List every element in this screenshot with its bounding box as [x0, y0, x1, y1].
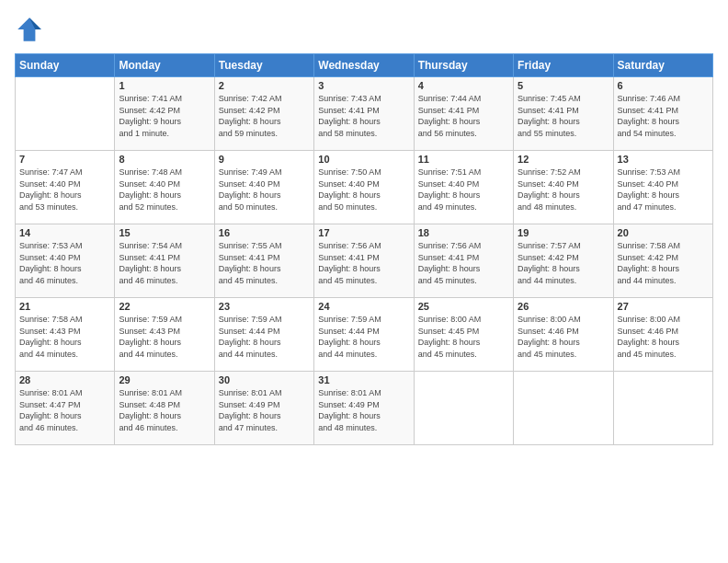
- day-number: 11: [418, 154, 509, 165]
- day-info: Sunrise: 7:49 AM Sunset: 4:40 PM Dayligh…: [219, 167, 310, 213]
- calendar-header: SundayMondayTuesdayWednesdayThursdayFrid…: [16, 54, 713, 77]
- day-info: Sunrise: 7:56 AM Sunset: 4:41 PM Dayligh…: [418, 240, 509, 286]
- calendar-cell: 25Sunrise: 8:00 AM Sunset: 4:45 PM Dayli…: [414, 298, 513, 372]
- day-number: 24: [318, 301, 409, 312]
- calendar-cell: 26Sunrise: 8:00 AM Sunset: 4:46 PM Dayli…: [514, 298, 613, 372]
- calendar-week-row: 7Sunrise: 7:47 AM Sunset: 4:40 PM Daylig…: [16, 151, 713, 224]
- day-info: Sunrise: 8:01 AM Sunset: 4:48 PM Dayligh…: [119, 387, 210, 433]
- day-number: 7: [19, 154, 110, 165]
- calendar-cell: 22Sunrise: 7:59 AM Sunset: 4:43 PM Dayli…: [115, 298, 214, 372]
- day-number: 31: [318, 374, 409, 385]
- weekday-header: Saturday: [613, 54, 712, 77]
- calendar-table: SundayMondayTuesdayWednesdayThursdayFrid…: [15, 53, 713, 445]
- calendar-cell: 14Sunrise: 7:53 AM Sunset: 4:40 PM Dayli…: [16, 224, 115, 298]
- day-info: Sunrise: 7:43 AM Sunset: 4:41 PM Dayligh…: [318, 93, 409, 139]
- day-number: 1: [119, 80, 210, 91]
- calendar-week-row: 14Sunrise: 7:53 AM Sunset: 4:40 PM Dayli…: [16, 224, 713, 298]
- day-info: Sunrise: 7:57 AM Sunset: 4:42 PM Dayligh…: [518, 240, 609, 286]
- day-number: 30: [219, 374, 310, 385]
- calendar-cell: 24Sunrise: 7:59 AM Sunset: 4:44 PM Dayli…: [314, 298, 414, 372]
- calendar-cell: 18Sunrise: 7:56 AM Sunset: 4:41 PM Dayli…: [414, 224, 513, 298]
- calendar-cell: [514, 372, 613, 445]
- calendar-cell: [414, 372, 513, 445]
- day-number: 28: [19, 374, 110, 385]
- day-number: 10: [318, 154, 409, 165]
- day-number: 29: [119, 374, 210, 385]
- day-info: Sunrise: 7:59 AM Sunset: 4:44 PM Dayligh…: [219, 314, 310, 360]
- day-info: Sunrise: 7:45 AM Sunset: 4:41 PM Dayligh…: [518, 93, 609, 139]
- weekday-header: Tuesday: [214, 54, 313, 77]
- calendar-cell: 8Sunrise: 7:48 AM Sunset: 4:40 PM Daylig…: [115, 151, 214, 224]
- calendar-cell: [613, 372, 712, 445]
- calendar-cell: 15Sunrise: 7:54 AM Sunset: 4:41 PM Dayli…: [115, 224, 214, 298]
- calendar-week-row: 21Sunrise: 7:58 AM Sunset: 4:43 PM Dayli…: [16, 298, 713, 372]
- calendar-cell: [16, 77, 115, 151]
- day-number: 8: [119, 154, 210, 165]
- day-info: Sunrise: 8:00 AM Sunset: 4:46 PM Dayligh…: [518, 314, 609, 360]
- day-number: 25: [418, 301, 509, 312]
- day-info: Sunrise: 7:50 AM Sunset: 4:40 PM Dayligh…: [318, 167, 409, 213]
- calendar-cell: 10Sunrise: 7:50 AM Sunset: 4:40 PM Dayli…: [314, 151, 414, 224]
- calendar-cell: 28Sunrise: 8:01 AM Sunset: 4:47 PM Dayli…: [16, 372, 115, 445]
- day-info: Sunrise: 7:55 AM Sunset: 4:41 PM Dayligh…: [219, 240, 310, 286]
- day-number: 16: [219, 227, 310, 238]
- calendar-week-row: 1Sunrise: 7:41 AM Sunset: 4:42 PM Daylig…: [16, 77, 713, 151]
- day-info: Sunrise: 7:44 AM Sunset: 4:41 PM Dayligh…: [418, 93, 509, 139]
- calendar-cell: 20Sunrise: 7:58 AM Sunset: 4:42 PM Dayli…: [613, 224, 712, 298]
- day-number: 3: [318, 80, 409, 91]
- day-info: Sunrise: 7:53 AM Sunset: 4:40 PM Dayligh…: [618, 167, 709, 213]
- calendar-cell: 11Sunrise: 7:51 AM Sunset: 4:40 PM Dayli…: [414, 151, 513, 224]
- calendar-cell: 16Sunrise: 7:55 AM Sunset: 4:41 PM Dayli…: [214, 224, 313, 298]
- weekday-row: SundayMondayTuesdayWednesdayThursdayFrid…: [16, 54, 713, 77]
- weekday-header: Thursday: [414, 54, 513, 77]
- day-number: 23: [219, 301, 310, 312]
- day-number: 21: [19, 301, 110, 312]
- calendar-week-row: 28Sunrise: 8:01 AM Sunset: 4:47 PM Dayli…: [16, 372, 713, 445]
- day-number: 14: [19, 227, 110, 238]
- weekday-header: Monday: [115, 54, 214, 77]
- day-number: 15: [119, 227, 210, 238]
- weekday-header: Friday: [514, 54, 613, 77]
- day-info: Sunrise: 8:00 AM Sunset: 4:46 PM Dayligh…: [618, 314, 709, 360]
- day-info: Sunrise: 7:46 AM Sunset: 4:41 PM Dayligh…: [618, 93, 709, 139]
- day-info: Sunrise: 8:01 AM Sunset: 4:49 PM Dayligh…: [219, 387, 310, 433]
- calendar-body: 1Sunrise: 7:41 AM Sunset: 4:42 PM Daylig…: [16, 77, 713, 445]
- day-number: 17: [318, 227, 409, 238]
- day-info: Sunrise: 7:56 AM Sunset: 4:41 PM Dayligh…: [318, 240, 409, 286]
- calendar-cell: 12Sunrise: 7:52 AM Sunset: 4:40 PM Dayli…: [514, 151, 613, 224]
- calendar-cell: 31Sunrise: 8:01 AM Sunset: 4:49 PM Dayli…: [314, 372, 414, 445]
- day-number: 9: [219, 154, 310, 165]
- header: [15, 15, 713, 44]
- day-info: Sunrise: 8:00 AM Sunset: 4:45 PM Dayligh…: [418, 314, 509, 360]
- day-info: Sunrise: 8:01 AM Sunset: 4:49 PM Dayligh…: [318, 387, 409, 433]
- calendar-cell: 6Sunrise: 7:46 AM Sunset: 4:41 PM Daylig…: [613, 77, 712, 151]
- day-info: Sunrise: 7:58 AM Sunset: 4:42 PM Dayligh…: [618, 240, 709, 286]
- calendar-cell: 1Sunrise: 7:41 AM Sunset: 4:42 PM Daylig…: [115, 77, 214, 151]
- day-info: Sunrise: 7:59 AM Sunset: 4:44 PM Dayligh…: [318, 314, 409, 360]
- day-info: Sunrise: 7:59 AM Sunset: 4:43 PM Dayligh…: [119, 314, 210, 360]
- day-number: 4: [418, 80, 509, 91]
- calendar-cell: 17Sunrise: 7:56 AM Sunset: 4:41 PM Dayli…: [314, 224, 414, 298]
- day-info: Sunrise: 7:53 AM Sunset: 4:40 PM Dayligh…: [19, 240, 110, 286]
- day-number: 27: [618, 301, 709, 312]
- day-info: Sunrise: 7:48 AM Sunset: 4:40 PM Dayligh…: [119, 167, 210, 213]
- day-info: Sunrise: 8:01 AM Sunset: 4:47 PM Dayligh…: [19, 387, 110, 433]
- day-number: 22: [119, 301, 210, 312]
- day-number: 20: [618, 227, 709, 238]
- calendar-cell: 27Sunrise: 8:00 AM Sunset: 4:46 PM Dayli…: [613, 298, 712, 372]
- calendar-container: SundayMondayTuesdayWednesdayThursdayFrid…: [0, 0, 728, 563]
- day-number: 6: [618, 80, 709, 91]
- calendar-cell: 4Sunrise: 7:44 AM Sunset: 4:41 PM Daylig…: [414, 77, 513, 151]
- calendar-cell: 7Sunrise: 7:47 AM Sunset: 4:40 PM Daylig…: [16, 151, 115, 224]
- day-info: Sunrise: 7:42 AM Sunset: 4:42 PM Dayligh…: [219, 93, 310, 139]
- calendar-cell: 23Sunrise: 7:59 AM Sunset: 4:44 PM Dayli…: [214, 298, 313, 372]
- calendar-cell: 3Sunrise: 7:43 AM Sunset: 4:41 PM Daylig…: [314, 77, 414, 151]
- calendar-cell: 5Sunrise: 7:45 AM Sunset: 4:41 PM Daylig…: [514, 77, 613, 151]
- calendar-cell: 21Sunrise: 7:58 AM Sunset: 4:43 PM Dayli…: [16, 298, 115, 372]
- logo: [15, 15, 48, 44]
- day-info: Sunrise: 7:54 AM Sunset: 4:41 PM Dayligh…: [119, 240, 210, 286]
- weekday-header: Sunday: [16, 54, 115, 77]
- day-number: 18: [418, 227, 509, 238]
- day-info: Sunrise: 7:52 AM Sunset: 4:40 PM Dayligh…: [518, 167, 609, 213]
- day-number: 26: [518, 301, 609, 312]
